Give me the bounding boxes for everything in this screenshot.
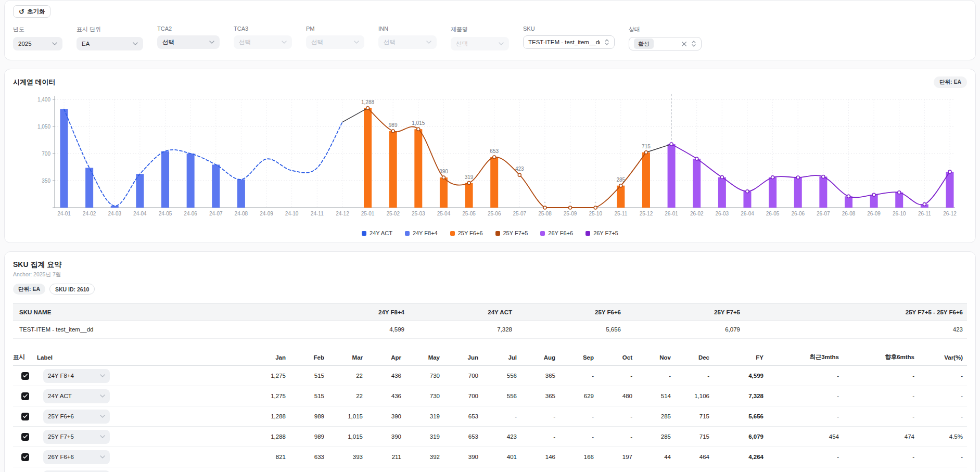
row-label-select[interactable]: 24Y ACT (43, 389, 110, 403)
svg-text:25-12: 25-12 (640, 211, 653, 216)
legend-item-24y-act[interactable]: 24Y ACT (362, 230, 392, 236)
chevron-down-icon (52, 42, 57, 45)
row-checkbox[interactable] (21, 392, 29, 400)
sku-table-row: TEST-ITEM - test_item__dd4,5997,3285,656… (13, 321, 967, 339)
row-label: 25Y F6+6 (48, 413, 74, 419)
table-row: 24Y F8+41,27551522436730700556365----4,5… (13, 366, 967, 386)
next6mths-cell: - (843, 393, 919, 399)
line-25y-f7+5: 1,2889891,015390319653423---285715 (361, 99, 651, 209)
month-value-cell: - (559, 433, 598, 440)
clear-icon[interactable] (681, 41, 687, 47)
svg-text:-: - (544, 199, 545, 205)
up-down-chevrons-icon (604, 39, 609, 46)
month-value-cell: 715 (675, 433, 714, 440)
product-name-select[interactable]: 선택 (451, 37, 509, 50)
summary-unit-badge: 단위: EA (13, 284, 45, 295)
filter-field-pm: PM선택 (306, 25, 364, 49)
tca3-select[interactable]: 선택 (234, 35, 292, 49)
sku-value-cell: 6,079 (625, 326, 744, 333)
legend-swatch (586, 231, 590, 236)
row-checkbox[interactable] (21, 433, 29, 441)
month-value-cell: - (637, 373, 675, 379)
row-label-select[interactable]: 26Y F6+6 (43, 450, 110, 464)
selected-value: 선택 (384, 39, 396, 46)
chevron-down-icon (100, 394, 105, 398)
detail-header-month: Sep (559, 354, 598, 361)
recent3mths-cell: - (768, 454, 843, 460)
row-checkbox[interactable] (21, 413, 29, 420)
svg-text:26-10: 26-10 (893, 211, 906, 216)
month-value-cell: 715 (675, 413, 714, 419)
selected-value: 선택 (311, 39, 323, 46)
row-label: 24Y F8+4 (48, 373, 74, 379)
month-value-cell: 464 (675, 454, 714, 460)
legend-swatch (540, 231, 545, 236)
table-row: 24Y ACT1,2755152243673070055636562948051… (13, 386, 967, 406)
svg-text:1,050: 1,050 (37, 124, 50, 130)
reset-button[interactable]: ↺ 초기화 (13, 5, 50, 18)
check-icon (23, 374, 28, 378)
month-value-cell: 556 (482, 373, 521, 379)
sku-select[interactable]: TEST-ITEM - test_item__dd (523, 35, 615, 49)
svg-text:715: 715 (642, 144, 651, 149)
row-checkbox[interactable] (21, 453, 29, 461)
legend-item-25y-f6+6[interactable]: 25Y F6+6 (450, 230, 483, 236)
legend-item-25y-f7+5[interactable]: 25Y F7+5 (495, 230, 528, 236)
svg-text:25-02: 25-02 (386, 211, 400, 216)
svg-text:26-07: 26-07 (817, 211, 830, 216)
chevron-down-icon (100, 415, 105, 418)
svg-text:24-10: 24-10 (285, 211, 299, 216)
row-label-select[interactable]: 24Y F8+4 (43, 369, 110, 383)
status-select[interactable]: 활성 (629, 37, 702, 50)
legend-label: 26Y F6+6 (548, 230, 573, 236)
month-value-cell: 629 (559, 393, 598, 399)
timeseries-chart: 3507001,0501,40024-0124-0224-0324-0424-0… (13, 92, 968, 226)
month-value-cell: 319 (405, 413, 444, 419)
month-value-cell: 423 (482, 433, 521, 440)
filter-field-year: 년도2025 (13, 25, 62, 50)
recent3mths-cell: - (768, 413, 843, 419)
svg-text:25-10: 25-10 (589, 211, 602, 216)
svg-text:24-05: 24-05 (159, 211, 172, 216)
pm-select[interactable]: 선택 (306, 35, 364, 49)
next6mths-cell: - (843, 454, 919, 460)
svg-text:25-07: 25-07 (513, 211, 527, 216)
unit-select[interactable]: EA (77, 37, 143, 50)
bars-24y-f8+4 (60, 109, 245, 208)
row-label-select[interactable]: 25Y F6+6 (43, 410, 110, 424)
row-label-select[interactable]: 26Y F7+5 (43, 470, 110, 472)
svg-text:285: 285 (616, 177, 625, 183)
month-value-cell: 390 (367, 433, 405, 440)
filter-label-unit: 표시 단위 (77, 25, 143, 33)
row-checkbox[interactable] (21, 372, 29, 380)
chevron-down-icon (100, 455, 105, 458)
month-value-cell: 514 (637, 393, 675, 399)
show-cell (13, 392, 37, 400)
filter-card: ↺ 초기화 년도2025표시 단위EATCA2선택TCA3선택PM선택INN선택… (4, 0, 976, 60)
row-label-select[interactable]: 25Y F7+5 (43, 430, 110, 444)
row-label: 26Y F6+6 (48, 454, 74, 460)
sku-name-cell: TEST-ITEM - test_item__dd (13, 326, 299, 333)
detail-table-body: 24Y F8+41,27551522436730700556365----4,5… (13, 366, 967, 472)
detail-header-month: Feb (290, 354, 328, 361)
svg-text:26-11: 26-11 (918, 211, 931, 216)
svg-text:24-02: 24-02 (83, 211, 96, 216)
legend-item-26y-f6+6[interactable]: 26Y F6+6 (540, 230, 573, 236)
chevron-down-icon (499, 42, 504, 45)
tca2-select[interactable]: 선택 (157, 35, 220, 49)
month-value-cell: 44 (637, 454, 675, 460)
chart-title: 시계열 데이터 (13, 78, 56, 87)
sku-table-header-cell: 24Y ACT (409, 309, 516, 315)
check-icon (23, 455, 28, 459)
svg-text:25-05: 25-05 (462, 211, 476, 216)
inn-select[interactable]: 선택 (378, 35, 437, 49)
year-select[interactable]: 2025 (13, 37, 62, 50)
legend-item-26y-f7+5[interactable]: 26Y F7+5 (586, 230, 618, 236)
svg-text:989: 989 (389, 122, 398, 128)
legend-item-24y-f8+4[interactable]: 24Y F8+4 (405, 230, 438, 236)
sku-table-header-cell: 25Y F7+5 - 25Y F6+6 (744, 309, 967, 315)
chevron-down-icon (209, 41, 214, 44)
month-value-cell: - (521, 413, 559, 419)
svg-text:24-09: 24-09 (260, 211, 273, 216)
detail-header-tail: 향후6mths (843, 353, 919, 361)
